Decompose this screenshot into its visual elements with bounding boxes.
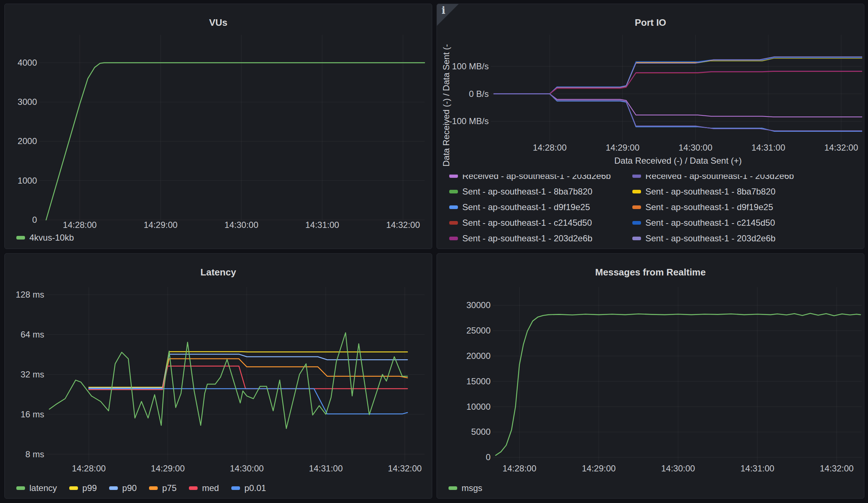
legend-series-label: med — [202, 483, 219, 493]
panel-latency: Latency 8 ms16 ms32 ms64 ms128 ms14:28:0… — [4, 253, 432, 499]
legend-item-p99[interactable]: p99 — [69, 483, 97, 493]
vus-chart[interactable]: 0100020003000400014:28:0014:29:0014:30:0… — [5, 4, 432, 249]
portio-legend: Received - ap-southeast-1 - 203d2e6bRece… — [449, 168, 858, 246]
legend-series-marker — [109, 486, 118, 490]
legend-series-marker — [149, 486, 158, 490]
legend-series-marker — [632, 237, 641, 240]
legend-item-received-ap-southeast-1-203d2e6b[interactable]: Received - ap-southeast-1 - 203d2e6b — [449, 171, 632, 181]
legend-series-marker — [231, 486, 240, 490]
legend-item-sent-ap-southeast-1-c2145d50[interactable]: Sent - ap-southeast-1 - c2145d50 — [632, 218, 775, 228]
y-tick-label: 5000 — [471, 427, 491, 437]
x-axis-label: Data Received (-) / Data Sent (+) — [614, 156, 741, 165]
y-tick-label: 0 B/s — [469, 89, 489, 99]
legend-series-marker — [16, 486, 25, 490]
panel-msgs: Messages from Realtime 05000100001500020… — [437, 253, 864, 499]
legend-series-label: p75 — [162, 483, 177, 493]
y-tick-label: 3000 — [18, 97, 37, 107]
legend-item-sent-ap-southeast-1-d9f19e25[interactable]: Sent - ap-southeast-1 - d9f19e25 — [449, 202, 632, 212]
series-5-sent-ap-southeast-1-c2145d50 — [494, 71, 862, 94]
legend-item-p0-01[interactable]: p0.01 — [231, 483, 266, 493]
legend-series-marker — [16, 236, 25, 240]
legend-item-sent-ap-southeast-1-8ba7b820[interactable]: Sent - ap-southeast-1 - 8ba7b820 — [632, 187, 776, 197]
x-tick-label: 14:28:00 — [63, 220, 96, 230]
y-tick-label: 4000 — [18, 58, 37, 68]
legend-series-label: p99 — [82, 483, 97, 493]
panel-info-corner[interactable] — [437, 4, 459, 26]
legend-series-marker — [69, 486, 78, 490]
x-tick-label: 14:32:00 — [388, 463, 422, 473]
panel-title-portio[interactable]: Port IO — [437, 17, 864, 28]
series-0-sent-ap-southeast-1-8ba7b820 — [494, 58, 862, 94]
legend-item-received-ap-southeast-1-203d2e6b[interactable]: Received - ap-southeast-1 - 203d2e6b — [632, 171, 794, 181]
y-tick-label: 0 — [486, 452, 491, 462]
legend-series-label: Received - ap-southeast-1 - 203d2e6b — [645, 171, 794, 181]
legend-series-label: 4kvus-10kb — [29, 233, 74, 243]
legend-series-marker — [449, 205, 458, 209]
panel-title-vus[interactable]: VUs — [5, 17, 432, 28]
legend-series-label: msgs — [462, 483, 482, 493]
x-tick-label: 14:29:00 — [144, 220, 177, 230]
x-tick-label: 14:29:00 — [605, 143, 639, 152]
vus-legend: 4kvus-10kb — [16, 233, 74, 243]
legend-series-label: Sent - ap-southeast-1 - c2145d50 — [645, 218, 775, 228]
legend-series-label: Sent - ap-southeast-1 - d9f19e25 — [645, 202, 773, 212]
legend-item-p75[interactable]: p75 — [149, 483, 177, 493]
legend-series-label: p90 — [122, 483, 137, 493]
series-1-p90 — [89, 354, 408, 388]
msgs-chart[interactable]: 05000100001500020000250003000014:28:0014… — [437, 254, 864, 499]
x-tick-label: 14:31:00 — [305, 220, 339, 230]
legend-item-p90[interactable]: p90 — [109, 483, 137, 493]
legend-item-sent-ap-southeast-1-203d2e6b[interactable]: Sent - ap-southeast-1 - 203d2e6b — [449, 233, 632, 244]
latency-chart[interactable]: 8 ms16 ms32 ms64 ms128 ms14:28:0014:29:0… — [5, 254, 432, 499]
y-tick-label: 8 ms — [25, 449, 44, 459]
x-tick-label: 14:29:00 — [151, 463, 185, 473]
legend-item-sent-ap-southeast-1-d9f19e25[interactable]: Sent - ap-southeast-1 - d9f19e25 — [632, 202, 773, 212]
y-tick-label: 1000 — [18, 176, 37, 185]
legend-item-msgs[interactable]: msgs — [449, 483, 482, 493]
series-group — [494, 57, 862, 131]
legend-series-marker — [632, 205, 641, 209]
y-tick-label: 25000 — [466, 326, 491, 335]
legend-item-sent-ap-southeast-1-8ba7b820[interactable]: Sent - ap-southeast-1 - 8ba7b820 — [449, 187, 632, 197]
y-tick-label: -100 MB/s — [449, 116, 489, 126]
x-tick-label: 14:31:00 — [751, 143, 785, 152]
y-tick-label: 128 ms — [16, 290, 44, 299]
legend-item-latency[interactable]: latency — [16, 483, 57, 493]
latency-legend: latencyp99p90p75medp0.01 — [16, 483, 266, 493]
panel-title-latency[interactable]: Latency — [5, 267, 432, 278]
y-tick-label: 32 ms — [21, 369, 44, 379]
x-tick-label: 14:32:00 — [386, 220, 420, 230]
x-tick-label: 14:28:00 — [72, 463, 106, 473]
series-2-p75 — [89, 359, 408, 389]
legend-series-marker — [449, 190, 458, 193]
legend-row: Received - ap-southeast-1 - 203d2e6bRece… — [449, 168, 858, 184]
x-tick-label: 14:30:00 — [224, 220, 258, 230]
y-axis-label: Data Received (-) / Data Sent (- — [441, 44, 451, 167]
legend-series-marker — [449, 174, 458, 178]
x-tick-label: 14:28:00 — [533, 143, 566, 152]
y-tick-label: 64 ms — [21, 330, 44, 339]
legend-series-marker — [632, 174, 641, 178]
legend-series-label: Sent - ap-southeast-1 - 8ba7b820 — [645, 187, 776, 197]
legend-series-label: Sent - ap-southeast-1 - d9f19e25 — [462, 202, 590, 212]
y-tick-label: 30000 — [466, 300, 491, 310]
legend-item-med[interactable]: med — [189, 483, 219, 493]
legend-row: Sent - ap-southeast-1 - 8ba7b820Sent - a… — [449, 184, 858, 199]
series-6-sent-ap-southeast-1-203d2e6b — [494, 71, 862, 94]
panel-vus: VUs 0100020003000400014:28:0014:29:0014:… — [4, 4, 432, 249]
legend-row: Sent - ap-southeast-1 - c2145d50Sent - a… — [449, 215, 858, 230]
info-icon[interactable]: i — [442, 5, 445, 16]
x-tick-label: 14:30:00 — [678, 143, 712, 152]
x-tick-label: 14:28:00 — [503, 463, 536, 473]
series-4-p0-01 — [89, 389, 408, 414]
panel-title-msgs[interactable]: Messages from Realtime — [437, 267, 864, 278]
legend-series-label: Received - ap-southeast-1 - 203d2e6b — [462, 171, 611, 181]
grafana-dashboard: { "dashboard": { "background": "#101116"… — [0, 0, 868, 503]
legend-item-4kvus-10kb[interactable]: 4kvus-10kb — [16, 233, 74, 243]
legend-row: Sent - ap-southeast-1 - d9f19e25Sent - a… — [449, 199, 858, 215]
legend-item-sent-ap-southeast-1-203d2e6b[interactable]: Sent - ap-southeast-1 - 203d2e6b — [632, 233, 776, 244]
msgs-legend: msgs — [449, 483, 482, 493]
series-3-med — [89, 366, 408, 390]
legend-item-sent-ap-southeast-1-c2145d50[interactable]: Sent - ap-southeast-1 - c2145d50 — [449, 218, 632, 228]
y-tick-label: 100 MB/s — [452, 61, 489, 71]
